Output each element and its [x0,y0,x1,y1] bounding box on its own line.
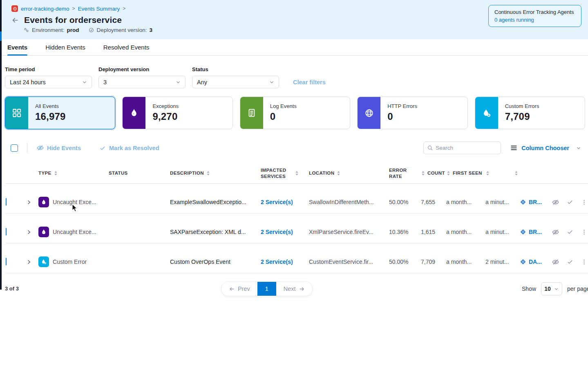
select-all-checkbox[interactable] [11,144,18,152]
show-label: Show [522,286,536,292]
expand-row-icon[interactable] [21,259,36,265]
deployment-label: Deployment version: [97,27,147,33]
column-header-type[interactable]: TYPE [36,170,105,176]
column-header-first-seen[interactable]: FIRST SEEN [444,170,483,176]
table-row[interactable]: Uncaught Exce... SAXParseException: XML … [6,221,588,243]
stat-card-http-errors[interactable]: HTTP Errors 0 [357,97,467,129]
toolbar-divider [27,143,27,153]
events-page: { "colors": { "accent": "#0278d5", "head… [0,0,588,371]
column-header-ticket [517,171,549,176]
agents-running-link[interactable]: 0 agents running [494,17,575,23]
breadcrumb-separator: > [72,6,75,11]
flame-icon [38,197,49,207]
pager: Prev 1 Next [221,281,313,296]
breadcrumb-project-link[interactable]: error-tracking-demo [21,6,69,12]
expand-row-icon[interactable] [21,229,36,235]
impacted-services-link[interactable]: 2 Service(s) [261,199,293,205]
resolve-event-icon[interactable] [566,258,574,265]
chevron-down-icon [554,286,559,292]
stat-card-all-events[interactable]: All Events 16,979 [5,97,115,129]
page-size-select[interactable]: 10 [541,282,562,295]
time-period-select[interactable]: Last 24 hours [5,76,92,88]
sort-icon[interactable] [295,171,299,176]
row-menu-icon[interactable] [581,229,588,236]
row-checkbox[interactable] [6,228,7,236]
hide-event-icon[interactable] [552,258,559,266]
expand-row-icon[interactable] [21,199,36,205]
prev-page-button[interactable]: Prev [221,282,257,296]
hide-events-button[interactable]: Hide Events [36,144,81,152]
event-location: CustomEventService.fir... [306,259,387,265]
hamburger-icon [510,144,518,152]
sort-icon[interactable] [421,171,425,176]
column-header-count[interactable]: COUNT [418,170,444,176]
grid-icon [5,97,28,129]
row-menu-icon[interactable] [581,259,588,265]
environment-label: Environment: [32,27,65,33]
column-header-description[interactable]: DESCRIPTION [168,170,258,176]
current-page-button[interactable]: 1 [257,282,276,296]
event-location: SwallowInDifferentMeth... [306,199,387,205]
column-header-last-seen[interactable] [483,171,517,176]
sort-icon[interactable] [514,171,519,176]
tab-resolved-events[interactable]: Resolved Events [103,39,150,55]
ticket-link[interactable]: DA... [529,259,542,265]
event-type: Custom Error [53,259,87,265]
stat-card-log-events[interactable]: Log Events 0 [240,97,350,129]
next-page-button[interactable]: Next [276,282,312,296]
ticket-link[interactable]: BR... [529,229,542,235]
event-error-rate: 50.00% [387,199,418,205]
sort-icon[interactable] [336,171,341,176]
status-select[interactable]: Any [192,76,279,88]
tab-events[interactable]: Events [7,39,27,55]
environment-value: prod [67,27,79,33]
table-row[interactable]: Custom Error Custom OverOps Event 2 Serv… [6,251,588,273]
column-header-impacted-services[interactable]: IMPACTED SERVICES [258,167,299,180]
table-row[interactable]: Uncaught Exce... ExampleSwallowedExcepti… [6,191,588,214]
jira-diamond-icon [520,229,526,235]
row-menu-icon[interactable] [581,199,588,206]
column-chooser-button[interactable]: Column Chooser [510,144,581,152]
stat-card-exceptions[interactable]: Exceptions 9,270 [122,97,233,129]
pagination-bar: 3 of 3 Prev 1 Next Show 10 per page [0,278,588,303]
column-header-error-rate[interactable]: ERROR RATE [387,167,412,180]
sort-icon[interactable] [54,171,58,176]
resolve-event-icon[interactable] [566,228,574,236]
event-count: 7,655 [418,199,444,205]
sort-icon[interactable] [206,171,210,176]
column-header-location[interactable]: LOCATION [306,170,387,176]
tab-hidden-events[interactable]: Hidden Events [45,39,85,55]
page-header: error-tracking-demo > Events Summary > E… [0,0,588,39]
deployment-version-select[interactable]: 3 [98,76,186,88]
event-last-seen: a minut... [483,199,517,205]
stat-card-custom-errors[interactable]: Custom Errors 7,709 [475,97,585,129]
hide-event-icon[interactable] [552,198,559,206]
deployment-version-icon [88,27,94,33]
clear-filters-button[interactable]: Clear filters [293,79,326,85]
environment-icon [23,27,29,33]
impacted-services-link[interactable]: 2 Service(s) [261,229,293,235]
back-arrow-icon[interactable] [11,16,19,24]
sort-icon[interactable] [485,171,490,176]
chevron-down-icon [82,79,87,85]
event-count: 7,709 [418,259,444,265]
globe-icon [358,97,380,129]
sort-icon[interactable] [446,171,451,176]
event-description: Custom OverOps Event [168,259,258,265]
event-first-seen: a month... [444,259,483,265]
row-checkbox[interactable] [6,198,7,206]
row-checkbox[interactable] [6,258,7,265]
ticket-link[interactable]: BR... [529,199,542,205]
stat-cards-row: All Events 16,979 Exceptions 9,270 Log E… [0,88,588,129]
mark-resolved-button[interactable]: Mark as Resolved [99,144,159,152]
agents-status-card[interactable]: Continuous Error Tracking Agents 0 agent… [488,5,581,27]
search-input[interactable] [436,145,497,151]
resolve-event-icon[interactable] [566,198,574,206]
stat-card-value: 0 [387,111,417,122]
impacted-services-link[interactable]: 2 Service(s) [261,259,293,265]
collapsed-nav-edge[interactable] [0,0,2,290]
hide-event-icon[interactable] [552,228,559,236]
breadcrumb-section-link[interactable]: Events Summary [78,6,120,12]
search-input-wrapper [423,142,501,154]
per-page-label: per page [567,286,588,292]
